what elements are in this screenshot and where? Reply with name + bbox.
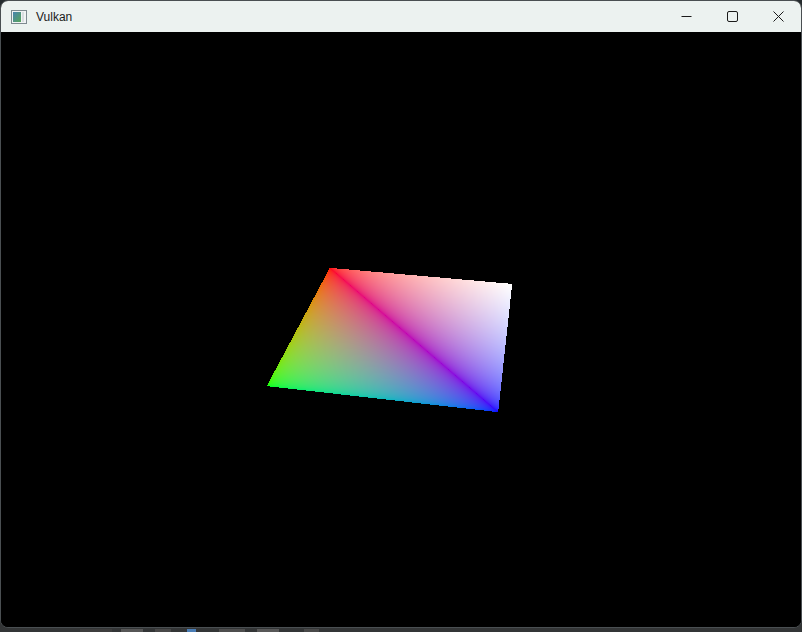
maximize-button[interactable] bbox=[709, 1, 755, 32]
window-title: Vulkan bbox=[36, 10, 72, 24]
render-viewport bbox=[1, 32, 801, 627]
titlebar[interactable]: Vulkan bbox=[1, 1, 801, 32]
close-button[interactable] bbox=[755, 1, 801, 32]
minimize-button[interactable] bbox=[663, 1, 709, 32]
minimize-icon bbox=[681, 11, 692, 22]
maximize-icon bbox=[727, 11, 738, 22]
window-controls bbox=[663, 1, 801, 32]
vulkan-render-canvas bbox=[1, 32, 801, 627]
close-icon bbox=[773, 11, 784, 22]
app-icon bbox=[11, 9, 27, 25]
app-window: Vulkan bbox=[0, 0, 802, 628]
